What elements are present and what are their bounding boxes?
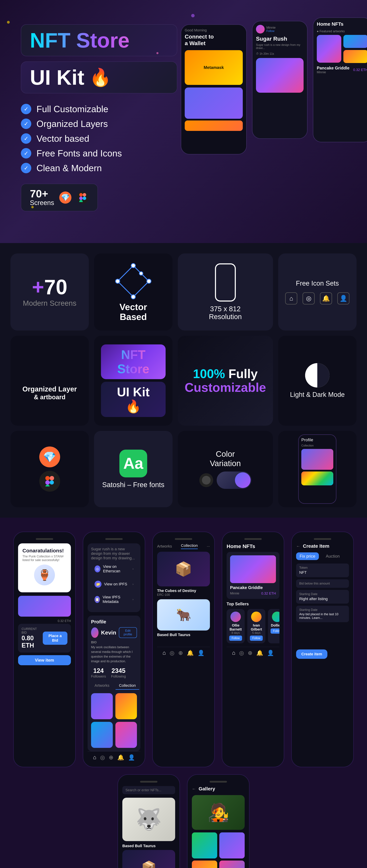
- gallery-header: ← Gallery: [192, 786, 245, 792]
- sugar-rush-art: [256, 58, 304, 93]
- user-ui-icon: 👤: [337, 292, 349, 305]
- light-dark-label: Light & Dark Mode: [290, 391, 345, 398]
- profile-nft-grid: [91, 693, 137, 748]
- purple-art-block: [301, 449, 333, 470]
- plus-sign: +: [32, 275, 44, 299]
- based-bull-name: Based Bull Taurus: [122, 844, 175, 848]
- view-etherscan-row[interactable]: ◎ View on Etherscan ›: [91, 562, 137, 576]
- bio-text: My work oscillates between several media…: [91, 645, 137, 664]
- home-nav-icon[interactable]: ⌂: [93, 754, 96, 761]
- kevin-name-row: Kevin Edit profile: [91, 627, 137, 638]
- gallery-phone: ← Gallery 🧑‍🎤 ⌂ ◎ ⊕ 🔔 👤: [187, 774, 250, 868]
- follow-seller-2-btn[interactable]: Follow: [250, 636, 263, 641]
- wallet-option-card: [185, 121, 243, 131]
- bell-nav-coll[interactable]: 🔔: [187, 650, 194, 656]
- user-nav-coll[interactable]: 👤: [198, 650, 204, 656]
- sugar-rush-desc: Sugar rush is a new design from my drawi…: [256, 43, 304, 50]
- seller-name-3: Dollie...: [271, 623, 279, 627]
- nft-card-1: [185, 88, 243, 119]
- congrats-phone: Conaratulations! The Punk Collection x S…: [13, 532, 76, 767]
- expiration-val: Any bid placed in the last 10 minutes. L…: [299, 613, 346, 620]
- follow-seller-1-btn[interactable]: Follow: [229, 636, 242, 641]
- auction-tab-btn[interactable]: Auction: [322, 552, 343, 560]
- place-bid-button[interactable]: Place a Bid: [43, 631, 67, 645]
- create-item-title: Create Item: [303, 544, 330, 549]
- feature-layers: ✓ Organized Layers: [21, 119, 177, 129]
- seller-1: Ollie Barnett 8 days Follow: [227, 609, 245, 643]
- search-nav-hn[interactable]: ◎: [239, 650, 244, 656]
- tools-card: 💎: [10, 431, 89, 507]
- artworks-tab-coll[interactable]: Artworks: [157, 544, 172, 549]
- featured-art-2: [343, 35, 367, 48]
- feature-fonts: ✓ Free Fonts and Icons: [21, 148, 177, 158]
- create-item-button[interactable]: Create item: [296, 649, 328, 659]
- collection-mini-tab1[interactable]: Collection: [301, 444, 313, 447]
- nft-small-label: 0.32 ETH: [18, 619, 71, 623]
- toggle-knob: [235, 472, 251, 488]
- user-nav-icon[interactable]: 👤: [128, 754, 135, 761]
- phone-notch-6: [140, 781, 158, 783]
- congrats-box: Conaratulations! The Punk Collection x S…: [18, 544, 71, 592]
- collection-phone: Artworks Collection ··· 📦 The Cubes of D…: [152, 532, 215, 767]
- icon-row: ⌂ ◎ 🔔 👤: [285, 292, 349, 305]
- chevron-right-1: ›: [133, 567, 134, 570]
- plus-nav-icon[interactable]: ⊕: [109, 754, 113, 761]
- bell-nav-hn[interactable]: 🔔: [256, 650, 263, 656]
- svg-rect-2: [79, 196, 83, 200]
- view-ipfs-meta-row[interactable]: 📋 View IPFS Metadata ›: [91, 592, 137, 607]
- fonts-card: Aa Satoshi – Free fonts: [94, 431, 172, 507]
- cubes-erc-label: ERC-100: [157, 593, 210, 597]
- chevron-right-3: ›: [133, 598, 134, 601]
- back-arrow-gallery[interactable]: ←: [192, 786, 196, 791]
- check-icon-2: ✓: [21, 119, 31, 129]
- follow-btn-hero[interactable]: Follow: [266, 30, 276, 33]
- bottom-showcase-section: Conaratulations! The Punk Collection x S…: [0, 518, 367, 868]
- auction-phone: ← Create Item Fix price Auction Token NF…: [291, 532, 354, 767]
- green-char-icon: 🧑‍🎤: [207, 802, 229, 823]
- congrats-illustration: 🏺: [34, 564, 55, 585]
- home-nav-coll[interactable]: ⌂: [163, 650, 166, 656]
- bull-taurus-art: 🐂: [157, 599, 210, 630]
- pancake-art: [230, 555, 276, 583]
- collection-tab-coll[interactable]: Collection: [181, 544, 198, 549]
- home-ui-icon: ⌂: [285, 292, 297, 305]
- phone-notch-5: [314, 538, 331, 540]
- bid-box: CURRENT BID 0.80 ETH Place a Bid: [18, 624, 71, 653]
- plus-nav-hn[interactable]: ⊕: [248, 650, 253, 656]
- more-btn-coll[interactable]: ···: [207, 544, 210, 549]
- fully-text: Fully: [228, 367, 258, 381]
- svg-point-9: [116, 279, 120, 283]
- pancake-griddle-label: Pancake Griddle: [317, 66, 349, 70]
- phone-notch-3: [175, 538, 192, 540]
- metamask-card: Metamask: [185, 50, 243, 85]
- home-nft-bottom-nav: ⌂ ◎ ⊕ 🔔 👤: [227, 647, 279, 659]
- feature-customizable: ✓ Full Customizable: [21, 104, 177, 114]
- svg-rect-13: [45, 480, 50, 485]
- home-nav-hn[interactable]: ⌂: [232, 650, 235, 656]
- token-value: NFT: [299, 570, 346, 575]
- user-nav-hn[interactable]: 👤: [267, 650, 274, 656]
- following-stat: 2345 Following: [111, 667, 126, 678]
- view-ipfs-row[interactable]: 📁 View on IPFS ›: [91, 578, 137, 590]
- view-item-button[interactable]: View item: [18, 655, 71, 665]
- search-nft-input[interactable]: [122, 786, 175, 794]
- follow-seller-3-btn[interactable]: Follow: [271, 628, 279, 633]
- organized-layer-card: Organized Layer& artboard: [10, 336, 89, 426]
- fix-price-tab[interactable]: Fix price: [296, 552, 319, 560]
- search-nav-coll[interactable]: ◎: [170, 650, 174, 656]
- collection-tab-profile[interactable]: Collection: [116, 682, 139, 690]
- back-arrow-auction[interactable]: ←: [296, 544, 300, 549]
- artworks-tab-profile[interactable]: Artworks: [91, 682, 113, 690]
- gallery-grid: [192, 832, 245, 868]
- phone-notch-4: [244, 538, 262, 540]
- toggle-switch[interactable]: [217, 471, 251, 489]
- edit-profile-button[interactable]: Edit profile: [119, 627, 137, 638]
- following-label: Following: [111, 675, 126, 678]
- kevin-profile-box: Profile Kevin Edit profile BIO My work o…: [88, 616, 140, 751]
- bid-amount-label: Bid below this amount: [299, 582, 346, 585]
- search-nav-icon[interactable]: ◎: [100, 754, 105, 761]
- plus-nav-coll[interactable]: ⊕: [178, 650, 183, 656]
- ipfs-icon: 📁: [94, 581, 102, 588]
- color-var-title: ColorVariation: [210, 449, 241, 468]
- bell-nav-icon[interactable]: 🔔: [117, 754, 124, 761]
